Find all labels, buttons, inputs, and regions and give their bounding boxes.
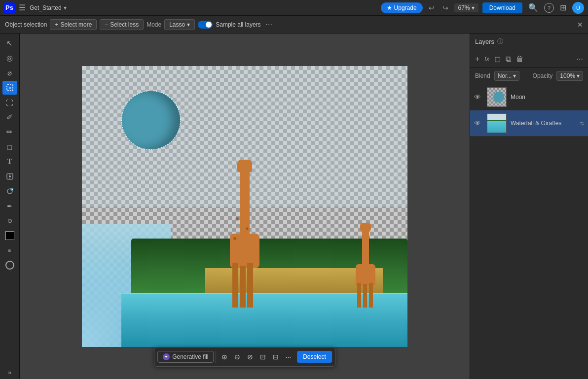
toolbar-more-button[interactable]: ··· [266,20,272,29]
layers-info-icon[interactable]: ⓘ [497,37,503,46]
layers-toolbar: + fx ◻ ⧉ 🗑 ··· [470,50,588,68]
toolbar-close-button[interactable]: ✕ [577,21,583,29]
search-icon[interactable]: 🔍 [526,2,540,13]
sample-all-layers-toggle-container: Sample all layers [198,21,260,29]
add-to-selection-button[interactable]: ⊕ [219,351,230,363]
floating-more-button[interactable]: ··· [283,351,294,363]
brush-tool[interactable]: ✏ [2,125,17,139]
delete-layer-button[interactable]: 🗑 [515,54,525,65]
layers-header: Layers ⓘ [470,34,588,50]
add-layer-button[interactable]: + [474,54,480,65]
add-mask-button[interactable]: ◻ [493,53,502,65]
tool-label: Object selection [5,21,47,28]
gradient-tool[interactable]: ≡ [2,243,17,257]
object-selection-tool[interactable] [2,81,17,95]
selection-tool[interactable]: ◎ [2,51,17,65]
move-tool[interactable]: ↖ [2,36,17,50]
background-color-swatch[interactable] [2,258,17,272]
pen-tool[interactable]: ✒ [2,199,17,213]
intersect-selection-button[interactable]: ⊘ [244,351,256,363]
type-tool[interactable]: T [2,155,17,169]
giraffe-small-leg1 [357,283,361,308]
upgrade-button[interactable]: ★ Upgrade [381,2,423,13]
foreground-color-swatch[interactable] [2,229,17,242]
giraffe-head [237,160,252,172]
layers-list: 👁 Moon 👁 Waterfall & Giraffes [470,84,588,137]
toggle-knob [206,22,212,28]
undo-button[interactable]: ↩ [427,3,437,13]
apps-icon[interactable]: ⊞ [558,2,568,13]
right-panel: Layers ⓘ + fx ◻ ⧉ 🗑 ··· Blend Nor... ▾ O… [470,34,588,379]
generative-fill-button[interactable]: ✦ Generative fill [157,351,214,363]
subtract-from-selection-button[interactable]: ⊖ [231,351,243,363]
ps-logo: Ps [4,2,15,13]
layer-name-moon: Moon [511,94,584,101]
lasso-dropdown[interactable]: Lasso ▾ [164,19,195,30]
toolbar-divider [216,351,217,363]
giraffe-small-leg2 [363,284,367,308]
layers-more-button[interactable]: ··· [576,54,584,65]
layer-name-waterfall: Waterfall & Giraffes [511,120,576,127]
file-name[interactable]: Get_Started ▾ [30,4,67,11]
tools-expand-button[interactable]: » [8,369,11,376]
layer-thumb-water [487,121,506,133]
shape-tool[interactable]: □ [2,140,17,154]
giraffe-leg3 [247,263,253,308]
canvas-area[interactable]: ✦ Generative fill ⊕ ⊖ ⊘ ⊡ ⊟ ··· Deselect [20,34,470,379]
transform-selection-button[interactable]: ⊡ [257,351,269,363]
layer-item-moon[interactable]: 👁 Moon [470,84,588,110]
layer-item-waterfall[interactable]: 👁 Waterfall & Giraffes ≈ [470,110,588,137]
help-icon[interactable]: ? [544,3,554,13]
sample-all-layers-label: Sample all layers [216,21,260,28]
sample-all-layers-toggle[interactable] [198,21,213,29]
smart-object-tool[interactable]: ✦ [2,184,17,198]
canvas [82,66,407,347]
layers-panel: Layers ⓘ + fx ◻ ⧉ 🗑 ··· Blend Nor... ▾ O… [470,34,588,379]
layers-title: Layers [475,38,494,45]
layer-thumb-moon-circle [493,92,504,103]
main-layout: ↖ ◎ ⌀ ⛶ ✐ ✏ □ T ✦ [0,34,588,379]
neural-filters-icon [6,172,14,180]
giraffe-large [225,170,264,308]
secondary-toolbar: Object selection + Select more – Select … [0,16,588,34]
giraffe-small [353,229,378,308]
effects-button[interactable]: fx [483,55,490,64]
opacity-label: Opacity [533,72,553,79]
object-selection-icon [6,84,14,92]
eyedropper-tool[interactable]: ✐ [2,110,17,124]
crop-tool[interactable]: ⛶ [2,96,17,109]
mode-label: Mode [147,21,161,28]
eyedropper-alt-tool[interactable]: ⊙ [2,214,17,228]
generative-fill-badge: ✦ [163,353,170,360]
smart-object-icon: ✦ [6,187,14,195]
blend-mode-dropdown[interactable]: Nor... ▾ [494,71,520,81]
giraffe-leg2 [240,266,246,308]
layer-thumbnail-moon [487,87,507,107]
select-less-button[interactable]: – Select less [100,19,144,30]
layer-adjust-icon[interactable]: ≈ [580,119,584,127]
opacity-input[interactable]: 100% ▾ [556,71,583,81]
hamburger-menu-icon[interactable]: ☰ [19,3,26,12]
background-color-circle [5,261,14,270]
download-button[interactable]: Download [482,2,522,13]
giraffe-leg1 [232,263,238,308]
floating-toolbar: ✦ Generative fill ⊕ ⊖ ⊘ ⊡ ⊟ ··· Deselect [154,347,335,367]
zoom-indicator[interactable]: 67% ▾ [454,3,478,12]
giraffe-small-head [360,223,371,232]
giraffe-small-leg3 [369,283,373,308]
layer-thumbnail-waterfall [487,113,507,133]
topbar: Ps ☰ Get_Started ▾ ★ Upgrade ↩ ↪ 67% ▾ D… [0,0,588,16]
left-toolbar: ↖ ◎ ⌀ ⛶ ✐ ✏ □ T ✦ [0,34,20,379]
layer-visibility-waterfall[interactable]: 👁 [474,119,483,127]
neural-filters-tool[interactable] [2,170,17,183]
layer-visibility-moon[interactable]: 👁 [474,93,483,101]
lasso-tool[interactable]: ⌀ [2,66,17,80]
giraffe-small-neck [362,229,369,268]
adjust-selection-button[interactable]: ⊟ [270,351,282,363]
svg-point-2 [9,175,11,177]
redo-button[interactable]: ↪ [441,3,450,13]
user-avatar[interactable]: U [572,2,584,14]
select-more-button[interactable]: + Select more [50,19,97,30]
group-layers-button[interactable]: ⧉ [505,54,512,65]
deselect-button[interactable]: Deselect [297,351,332,363]
